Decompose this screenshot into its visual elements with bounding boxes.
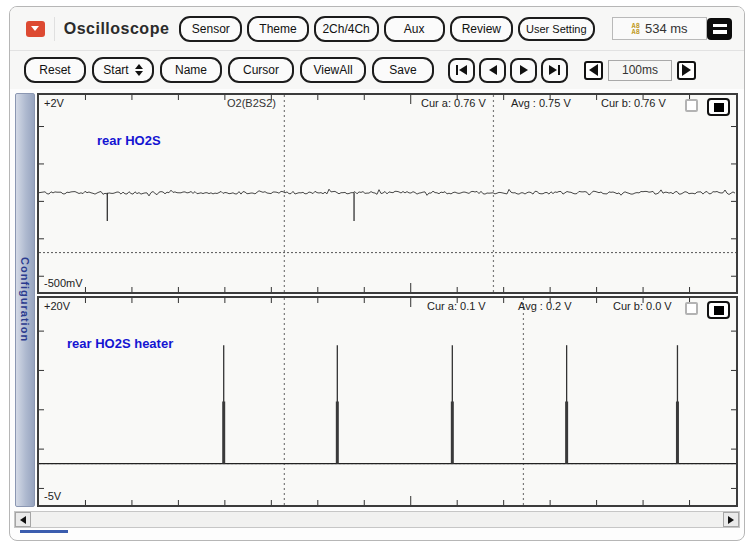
channel1-display-toggle[interactable] [707,98,730,116]
app-menu-icon[interactable] [26,21,45,37]
channel2-name-label: rear HO2S heater [67,336,173,351]
channel2-checkbox[interactable] [685,302,698,315]
start-button[interactable]: Start [92,57,154,83]
scroll-right-icon [728,516,734,524]
channel1-cursor-a-readout: Cur a: 0.76 V [421,97,486,109]
scroll-position-indicator [20,530,68,533]
channel1-avg-readout: Avg : 0.75 V [511,97,571,109]
elapsed-time-value: 534 ms [645,21,688,36]
control-toolbar: Reset Start Name Cursor ViewAll Save [10,50,744,89]
scroll-left-icon [20,516,26,524]
app-title: Oscilloscope [64,20,170,38]
cursor-button[interactable]: Cursor [228,57,294,83]
back-icon [489,65,497,75]
start-spinner-icon[interactable] [135,64,143,76]
charts-column: +2V O2(B2S2) Cur a: 0.76 V Avg : 0.75 V … [37,93,738,507]
oscilloscope-window: Oscilloscope Sensor Theme 2Ch/4Ch Aux Re… [9,6,745,541]
configuration-tab-label: Configuration [19,257,31,342]
timer-icon: A8A8 [632,23,640,35]
main-area: Configuration +2V O2(B2S2) Cur a: 0.76 V… [10,89,744,507]
scroll-left-button[interactable] [15,512,31,527]
save-button[interactable]: Save [372,57,434,83]
forward-icon [520,65,528,75]
channel2-range-top-label: +20V [44,300,70,312]
channel1-range-bottom-label: -500mV [44,277,83,289]
title-separator [54,17,55,41]
right-arrow-icon [682,64,691,76]
left-arrow-icon [589,64,598,76]
chann2-avg-readout: Avg : 0.2 V [518,300,572,312]
channel1-waveform-canvas[interactable] [39,95,736,292]
timebase-value: 100ms [608,60,672,81]
channel1-name-label: rear HO2S [97,133,161,148]
skip-to-end-button[interactable] [541,58,568,83]
caret-down-icon [31,26,39,31]
name-button[interactable]: Name [160,57,222,83]
window-menu-icon[interactable] [707,18,732,40]
scroll-right-button[interactable] [723,512,739,527]
channel-mode-button[interactable]: 2Ch/4Ch [314,16,379,42]
reset-button[interactable]: Reset [24,57,86,83]
step-back-button[interactable] [479,58,506,83]
viewall-button[interactable]: ViewAll [300,57,366,83]
skip-end-icon [549,65,557,75]
step-forward-button[interactable] [510,58,537,83]
channel1-cursor-b-readout: Cur b: 0.76 V [601,97,666,109]
channel2-range-bottom-label: -5V [44,490,61,502]
channel2-display-toggle[interactable] [707,301,730,319]
timebase-decrease-button[interactable] [584,61,603,80]
channel2-cursor-b-readout: Cur b: 0.0 V [613,300,672,312]
channel2-waveform-canvas[interactable] [39,298,736,505]
timebase-controls: 100ms [584,60,696,81]
skip-start-icon [459,65,467,75]
skip-to-start-button[interactable] [448,58,475,83]
elapsed-time-box: A8A8 534 ms [612,17,708,40]
review-button[interactable]: Review [450,16,513,42]
playback-controls [448,58,568,83]
channel1-scope-panel[interactable]: +2V O2(B2S2) Cur a: 0.76 V Avg : 0.75 V … [37,93,738,294]
channel1-range-top-label: +2V [44,97,64,109]
channel1-checkbox[interactable] [685,99,698,112]
channel2-cursor-a-readout: Cur a: 0.1 V [427,300,486,312]
sensor-button[interactable]: Sensor [179,16,242,42]
timebase-increase-button[interactable] [677,61,696,80]
aux-button[interactable]: Aux [384,16,445,42]
scrollbar-track[interactable] [31,512,723,527]
channel1-signal-title: O2(B2S2) [227,97,276,109]
channel2-scope-panel[interactable]: +20V Cur a: 0.1 V Avg : 0.2 V Cur b: 0.0… [37,296,738,507]
theme-button[interactable]: Theme [247,16,308,42]
configuration-panel-tab[interactable]: Configuration [15,93,35,507]
top-toolbar: Oscilloscope Sensor Theme 2Ch/4Ch Aux Re… [10,7,744,50]
horizontal-scrollbar[interactable] [14,511,740,528]
user-setting-button[interactable]: User Setting [518,17,595,41]
